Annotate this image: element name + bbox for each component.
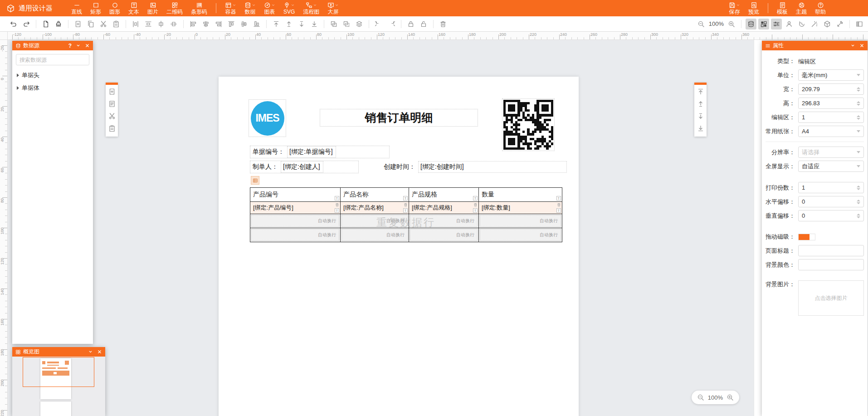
datasource-collapse-button[interactable] — [76, 43, 81, 48]
table-binding-cell[interactable]: [绑定:产品规格]T — [409, 202, 479, 214]
table-repeat-cell[interactable]: 自动换行 — [341, 214, 409, 228]
align-top-button[interactable] — [226, 19, 237, 29]
tool-preview[interactable]: 预览 — [744, 0, 763, 16]
table-repeat-cell[interactable]: 自动换行 — [479, 228, 562, 242]
offset-y-stepper[interactable]: 0 — [798, 210, 864, 221]
table-settings-button[interactable] — [251, 176, 259, 185]
bring-to-front-button[interactable] — [271, 19, 282, 29]
cut-button[interactable] — [98, 19, 109, 29]
tool-save[interactable]: 保存 — [725, 0, 744, 16]
paper-size-select[interactable]: A4 — [798, 126, 864, 137]
lock-button[interactable] — [405, 19, 416, 29]
datasource-search-input[interactable] — [16, 54, 89, 65]
zoom-in-button[interactable] — [726, 19, 737, 29]
copy-button[interactable] — [85, 19, 96, 29]
spinner-arrows[interactable] — [857, 186, 860, 190]
datasource-close-button[interactable] — [85, 43, 90, 48]
align-middle-vertical-button[interactable] — [239, 19, 249, 29]
align-center-horizontal-button[interactable] — [200, 19, 211, 29]
spinner-arrows[interactable] — [857, 87, 860, 92]
table-repeat-cell[interactable]: 自动换行 — [479, 214, 562, 228]
tool-image[interactable]: 图片 — [143, 0, 162, 16]
page-title-input[interactable] — [798, 245, 864, 256]
clear-canvas-button[interactable] — [53, 19, 64, 29]
tool-flow[interactable]: 流程图 — [299, 0, 323, 16]
qr-code-element[interactable] — [502, 98, 555, 151]
overview-thumbnail[interactable] — [12, 357, 105, 416]
tool-text[interactable]: 文本 — [124, 0, 143, 16]
properties-close-button[interactable] — [859, 43, 864, 48]
history-button[interactable] — [796, 19, 807, 29]
datasource-help-button[interactable]: ? — [68, 43, 72, 49]
distribute-horizontal-button[interactable] — [143, 19, 154, 29]
rotate-left-button[interactable] — [373, 19, 384, 29]
tool-theme[interactable]: 主题 — [792, 0, 811, 16]
components-button[interactable] — [822, 19, 833, 29]
tool-template[interactable]: 模板 — [773, 0, 792, 16]
delete-cell-icon[interactable] — [335, 203, 339, 207]
insert-element-button[interactable] — [73, 19, 83, 29]
unlock-button[interactable] — [418, 19, 429, 29]
canvas-scrollbar[interactable] — [754, 40, 762, 416]
edit-area-stepper[interactable]: 1 — [798, 112, 864, 123]
ungroup-button[interactable] — [341, 19, 352, 29]
bg-image-picker[interactable]: 点击选择图片 — [798, 280, 864, 316]
tool-screen[interactable]: 大屏 — [323, 0, 343, 16]
offset-x-stepper[interactable]: 0 — [798, 196, 864, 207]
group-button[interactable] — [328, 19, 339, 29]
spinner-arrows[interactable] — [857, 214, 860, 218]
minibar-paste-button[interactable] — [107, 123, 117, 134]
minibar-cut-button[interactable] — [107, 111, 117, 122]
toggle-datasource-panel-button[interactable] — [746, 19, 756, 29]
center-vertical-button[interactable] — [156, 19, 166, 29]
tool-rect[interactable]: 矩形 — [86, 0, 105, 16]
spinner-arrows[interactable] — [857, 115, 860, 120]
delete-cell-icon[interactable] — [557, 203, 561, 207]
drag-snap-toggle[interactable] — [798, 234, 815, 240]
resolution-select[interactable]: 请选择 — [798, 147, 864, 158]
table-header-cell[interactable]: 产品编号T — [250, 188, 341, 202]
align-bottom-button[interactable] — [251, 19, 262, 29]
tool-line[interactable]: 直线 — [67, 0, 86, 16]
canvas-zoom-out-button[interactable] — [697, 393, 705, 401]
table-binding-cell[interactable]: [绑定:数量]T — [479, 202, 562, 214]
redo-button[interactable] — [21, 19, 32, 29]
overview-collapse-button[interactable] — [88, 349, 93, 354]
fullscreen-mode-select[interactable]: 自适应 — [798, 161, 864, 172]
delete-button[interactable] — [438, 19, 449, 29]
toggle-overview-panel-button[interactable] — [758, 19, 769, 29]
tools-button[interactable] — [834, 19, 845, 29]
design-canvas[interactable]: IMES 销售订单明细 单据编号： [绑定:单据编号] 制单人： [绑定:创建人… — [8, 40, 762, 416]
rotate-right-button[interactable] — [386, 19, 397, 29]
table-repeat-cell[interactable]: 自动换行 — [409, 214, 479, 228]
delete-cell-icon[interactable] — [473, 203, 478, 207]
width-stepper[interactable]: 209.79 — [798, 83, 864, 95]
table-repeat-cell[interactable]: 自动换行 — [250, 214, 341, 228]
center-horizontal-button[interactable] — [168, 19, 179, 29]
delete-cell-icon[interactable] — [404, 203, 408, 207]
canvas-zoom-in-button[interactable] — [726, 393, 734, 401]
expand-triangle-icon[interactable] — [17, 73, 19, 77]
undo-button[interactable] — [8, 19, 19, 29]
move-up-button[interactable] — [283, 19, 294, 29]
layers-button[interactable] — [354, 19, 365, 29]
order-no-field[interactable]: 单据编号： [绑定:单据编号] — [250, 146, 390, 158]
move-down-button[interactable] — [296, 19, 307, 29]
ctime-binding[interactable]: [绑定:创建时间] — [418, 161, 567, 173]
spinner-arrows[interactable] — [857, 200, 860, 204]
new-page-button[interactable] — [40, 19, 51, 29]
tool-circle[interactable]: 圆形 — [105, 0, 124, 16]
tool-chart[interactable]: 图表 — [260, 0, 279, 16]
minibar-send-back-button[interactable] — [695, 123, 706, 134]
table-repeat-cell[interactable]: 自动换行 — [250, 228, 341, 242]
overview-viewport[interactable] — [23, 357, 94, 387]
table-binding-cell[interactable]: [绑定:产品编号]T — [250, 202, 341, 214]
company-logo[interactable]: IMES — [251, 101, 284, 136]
table-binding-cell[interactable]: [绑定:产品名称]T — [341, 202, 409, 214]
properties-collapse-button[interactable] — [850, 43, 855, 48]
magic-wand-button[interactable] — [809, 19, 820, 29]
layout-panel-button[interactable] — [854, 19, 865, 29]
spinner-arrows[interactable] — [857, 101, 860, 106]
distribute-vertical-button[interactable] — [130, 19, 141, 29]
datasource-item-单据体[interactable]: 单据体 — [12, 82, 93, 94]
